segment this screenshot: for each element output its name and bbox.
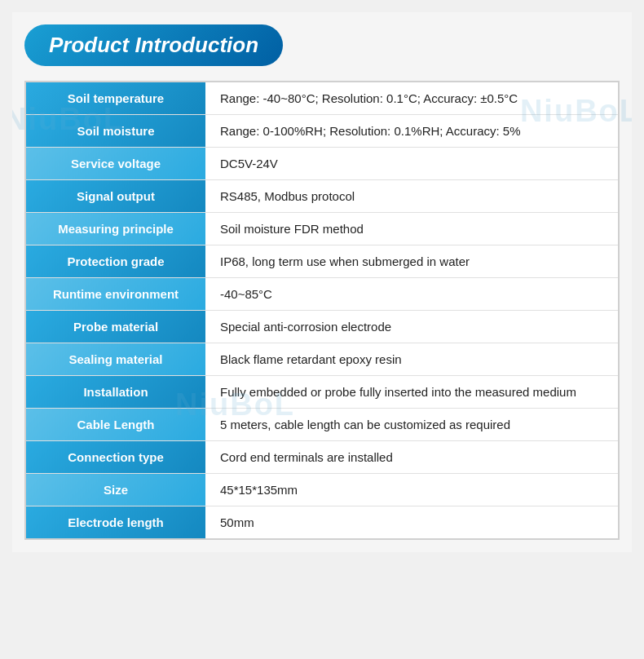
spec-label: Sealing material: [26, 343, 205, 376]
title-container: Product Introduction: [24, 24, 620, 66]
table-row: Signal outputRS485, Modbus protocol: [26, 180, 618, 213]
spec-label: Measuring principle: [26, 213, 205, 245]
spec-value: IP68, long term use when submerged in wa…: [205, 245, 618, 278]
spec-label: Size: [26, 474, 205, 506]
spec-value: Black flame retardant epoxy resin: [205, 343, 618, 376]
table-row: InstallationFully embedded or probe full…: [26, 376, 618, 409]
spec-table: Soil temperatureRange: -40~80°C; Resolut…: [26, 82, 618, 538]
table-row: Electrode length50mm: [26, 506, 618, 539]
page-wrapper: NiuBoL NiuBoL NiuBoL Product Introductio…: [12, 12, 632, 552]
spec-label: Soil moisture: [26, 115, 205, 148]
spec-value: Cord end terminals are installed: [205, 441, 618, 474]
spec-label: Signal output: [26, 180, 205, 213]
spec-value: 50mm: [205, 506, 618, 539]
spec-value: -40~85°C: [205, 278, 618, 311]
spec-value: DC5V-24V: [205, 148, 618, 180]
table-row: Connection typeCord end terminals are in…: [26, 441, 618, 474]
spec-value: 45*15*135mm: [205, 474, 618, 506]
spec-table-container: Soil temperatureRange: -40~80°C; Resolut…: [24, 81, 620, 540]
table-row: Cable Length5 meters, cable length can b…: [26, 409, 618, 441]
page-title: Product Introduction: [49, 33, 258, 57]
table-row: Service voltageDC5V-24V: [26, 148, 618, 180]
spec-label: Connection type: [26, 441, 205, 474]
spec-label: Installation: [26, 376, 205, 409]
table-row: Probe materialSpecial anti-corrosion ele…: [26, 311, 618, 343]
spec-value: Range: 0-100%RH; Resolution: 0.1%RH; Acc…: [205, 115, 618, 148]
spec-value: 5 meters, cable length can be customized…: [205, 409, 618, 441]
table-row: Sealing materialBlack flame retardant ep…: [26, 343, 618, 376]
spec-label: Runtime environment: [26, 278, 205, 311]
spec-label: Cable Length: [26, 409, 205, 441]
spec-value: Special anti-corrosion electrode: [205, 311, 618, 343]
table-row: Protection gradeIP68, long term use when…: [26, 245, 618, 278]
table-row: Runtime environment-40~85°C: [26, 278, 618, 311]
table-row: Size45*15*135mm: [26, 474, 618, 506]
spec-value: Soil moisture FDR method: [205, 213, 618, 245]
table-row: Measuring principleSoil moisture FDR met…: [26, 213, 618, 245]
spec-value: Range: -40~80°C; Resolution: 0.1°C; Accu…: [205, 82, 618, 115]
table-row: Soil moistureRange: 0-100%RH; Resolution…: [26, 115, 618, 148]
title-badge: Product Introduction: [24, 24, 283, 66]
table-row: Soil temperatureRange: -40~80°C; Resolut…: [26, 82, 618, 115]
spec-label: Service voltage: [26, 148, 205, 180]
spec-label: Electrode length: [26, 506, 205, 539]
spec-label: Probe material: [26, 311, 205, 343]
spec-label: Soil temperature: [26, 82, 205, 115]
spec-value: RS485, Modbus protocol: [205, 180, 618, 213]
spec-label: Protection grade: [26, 245, 205, 278]
spec-value: Fully embedded or probe fully inserted i…: [205, 376, 618, 409]
